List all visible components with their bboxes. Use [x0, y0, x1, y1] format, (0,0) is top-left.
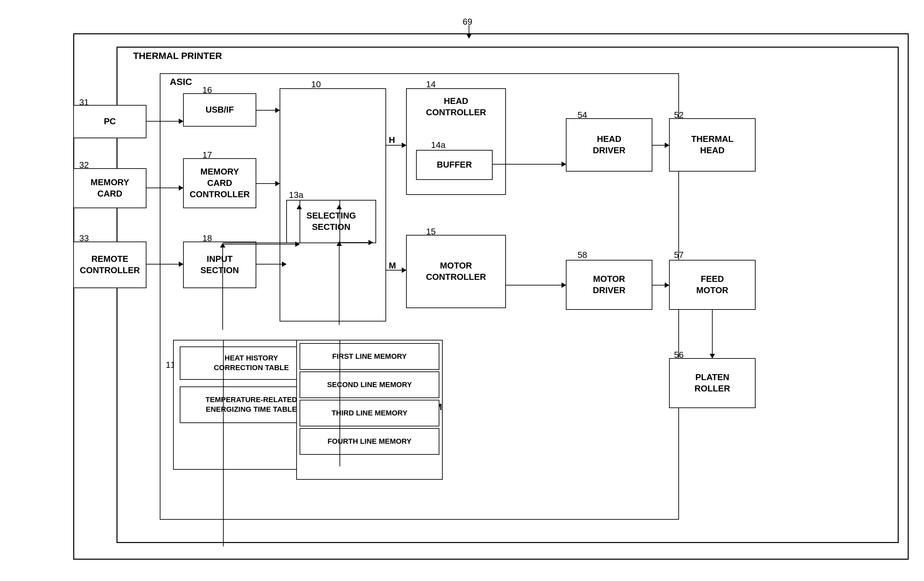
arrow-motorctrl-motordriver: [506, 285, 566, 285]
block-memory-card-controller: MEMORY CARD CONTROLLER: [183, 158, 256, 208]
ref-57: 57: [674, 250, 684, 260]
block-head-driver: HEAD DRIVER: [566, 118, 652, 172]
arrow-feedmotor-platen: [712, 310, 713, 358]
block-remote-controller: REMOTE CONTROLLER: [73, 242, 147, 288]
arrow-ram-selecting-h: [340, 242, 373, 243]
arrow-buffer-headdriver: [493, 164, 566, 165]
block-pc: PC: [73, 105, 147, 138]
ref-14a: 14a: [431, 140, 446, 150]
block-usb-if: USB/IF: [183, 93, 256, 127]
block-buffer: BUFFER: [416, 150, 493, 180]
line-rom-up: [223, 340, 224, 546]
line-ram-up: [340, 340, 340, 467]
ref-69: 69: [463, 17, 472, 27]
block-platen-roller: PLATEN ROLLER: [669, 358, 756, 408]
ref-58: 58: [578, 250, 587, 260]
arrow-memcard-controller: [147, 187, 183, 188]
signal-M: M: [389, 260, 396, 271]
arrow-rom-selecting-h: [223, 244, 300, 245]
block-input-section: INPUT SECTION: [183, 242, 256, 288]
arrow-usbif-cpu: [256, 110, 280, 111]
arrow-input-cpu: [256, 264, 286, 265]
arrow-headdriver-thermalhead: [652, 145, 669, 146]
block-thermal-head: THERMAL HEAD: [669, 118, 756, 172]
arrow-mcc-cpu: [256, 183, 280, 184]
arrow-remote-input: [147, 264, 183, 265]
block-ram-item3: THIRD LINE MEMORY: [300, 400, 439, 426]
block-memory-card: MEMORY CARD: [73, 168, 147, 208]
arrow-ram-selecting: [339, 242, 340, 325]
block-ram-item2: SECOND LINE MEMORY: [300, 371, 439, 398]
arrow-pc-usbif: [147, 121, 183, 122]
block-motor-driver: MOTOR DRIVER: [566, 260, 652, 310]
signal-H: H: [389, 135, 395, 145]
block-ram-item4: FOURTH LINE MEMORY: [300, 428, 439, 455]
arrow-motordriver-feedmotor: [652, 285, 669, 285]
ref-13a: 13a: [289, 190, 303, 200]
block-ram-item1: FIRST LINE MEMORY: [300, 343, 439, 370]
line-sel-rom-h: [223, 243, 300, 243]
block-feed-motor: FEED MOTOR: [669, 260, 756, 310]
diagram: 69 THERMAL PRINTER ASIC 31 PC 32 MEMORY …: [7, 7, 917, 573]
arrow-rom-selecting: [222, 243, 223, 330]
block-motor-controller: MOTOR CONTROLLER: [406, 235, 506, 308]
